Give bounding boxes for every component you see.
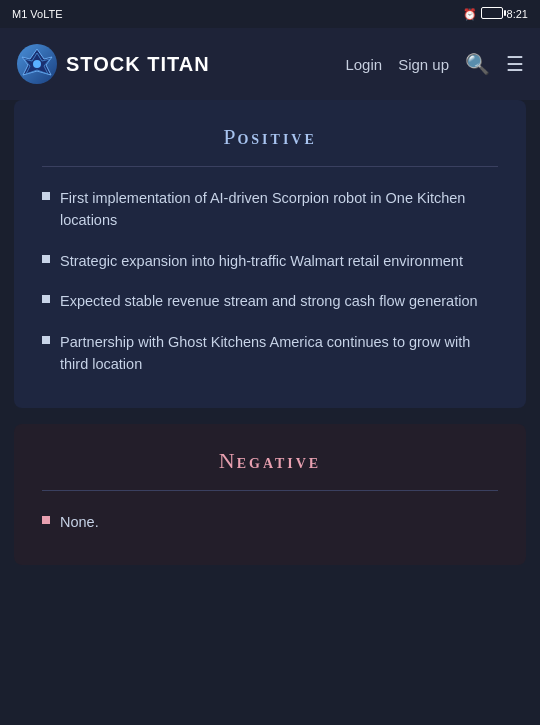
positive-item-3: Expected stable revenue stream and stron… xyxy=(60,290,478,312)
search-icon[interactable]: 🔍 xyxy=(465,52,490,76)
logo-text: STOCK TITAN xyxy=(66,53,210,76)
positive-list: First implementation of AI-driven Scorpi… xyxy=(42,187,498,376)
list-item: Strategic expansion into high-traffic Wa… xyxy=(42,250,498,272)
positive-item-4: Partnership with Ghost Kitchens America … xyxy=(60,331,498,376)
battery-indicator xyxy=(481,7,503,21)
alarm-icon: ⏰ xyxy=(463,8,477,21)
login-link[interactable]: Login xyxy=(345,56,382,73)
status-bar: M1 VoLTE ⏰ 8:21 xyxy=(0,0,540,28)
carrier-label: M1 VoLTE xyxy=(12,8,63,20)
list-item: None. xyxy=(42,511,498,533)
bullet-icon xyxy=(42,516,50,524)
main-content: POSITIVE First implementation of AI-driv… xyxy=(0,100,540,565)
status-right: ⏰ 8:21 xyxy=(463,7,528,21)
negative-list: None. xyxy=(42,511,498,533)
list-item: Expected stable revenue stream and stron… xyxy=(42,290,498,312)
positive-item-1: First implementation of AI-driven Scorpi… xyxy=(60,187,498,232)
nav-links: Login Sign up 🔍 ☰ xyxy=(345,52,524,76)
navbar: STOCK TITAN Login Sign up 🔍 ☰ xyxy=(0,28,540,100)
time-label: 8:21 xyxy=(507,8,528,20)
list-item: Partnership with Ghost Kitchens America … xyxy=(42,331,498,376)
positive-section: POSITIVE First implementation of AI-driv… xyxy=(14,100,526,408)
list-item: First implementation of AI-driven Scorpi… xyxy=(42,187,498,232)
logo-container: STOCK TITAN xyxy=(16,43,333,85)
positive-title: POSITIVE xyxy=(42,124,498,150)
bullet-icon xyxy=(42,255,50,263)
svg-point-3 xyxy=(33,60,41,68)
negative-item-1: None. xyxy=(60,511,99,533)
negative-title: NEGATIVE xyxy=(42,448,498,474)
logo-icon xyxy=(16,43,58,85)
status-left: M1 VoLTE xyxy=(12,8,63,20)
positive-item-2: Strategic expansion into high-traffic Wa… xyxy=(60,250,463,272)
menu-icon[interactable]: ☰ xyxy=(506,52,524,76)
negative-section: NEGATIVE None. xyxy=(14,424,526,565)
negative-divider xyxy=(42,490,498,491)
signup-link[interactable]: Sign up xyxy=(398,56,449,73)
positive-divider xyxy=(42,166,498,167)
bullet-icon xyxy=(42,192,50,200)
bullet-icon xyxy=(42,295,50,303)
bullet-icon xyxy=(42,336,50,344)
